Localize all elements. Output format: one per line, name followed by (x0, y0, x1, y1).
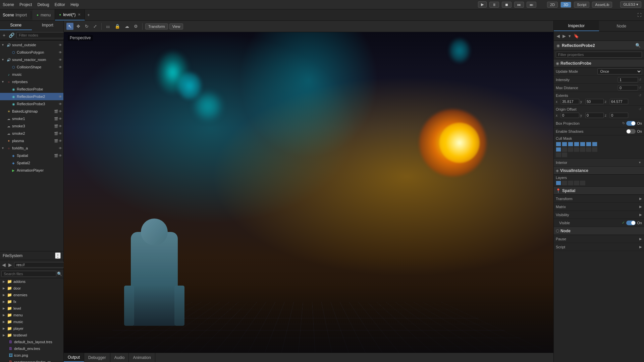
cull-cell-13[interactable] (586, 147, 591, 152)
fs-item-enemies[interactable]: ▶📁enemies (0, 292, 63, 298)
origin-y-input[interactable] (585, 113, 604, 118)
cull-cell-15[interactable] (556, 153, 561, 157)
tree-visibility-icon[interactable]: 👁 (59, 95, 62, 99)
scene-tab-scene[interactable]: Scene (0, 21, 32, 30)
tree-visibility-icon[interactable]: 🎬 (54, 124, 58, 128)
viewport[interactable]: Perspective (64, 32, 553, 353)
cull-cell-4[interactable] (574, 142, 579, 146)
tab-close-level[interactable]: ✕ (78, 13, 80, 16)
insp-search-button[interactable]: 🔍 (635, 42, 641, 49)
tree-item-collisionpolygon[interactable]: ⬡CollisionPolygon👁 (0, 49, 63, 56)
filter-properties-input[interactable] (556, 52, 642, 58)
tab-nav-import[interactable]: Import (15, 13, 27, 17)
menu-project[interactable]: Project (19, 2, 32, 7)
tree-item-spatial[interactable]: ◈Spatial🎬👁 (0, 152, 63, 159)
play-button[interactable]: ▶ (478, 1, 487, 8)
tree-item-forklifts_a[interactable]: ▼○forklifts_a👁 (0, 144, 63, 152)
tab-menu[interactable]: ● menu (33, 9, 55, 20)
extents-x-input[interactable] (561, 99, 579, 104)
fs-item-door[interactable]: ▶📁door (0, 285, 63, 292)
fs-item-menu[interactable]: ▶📁menu (0, 312, 63, 318)
menu-scene[interactable]: Scene (3, 2, 14, 7)
scale-tool-button[interactable]: ⤢ (92, 23, 99, 30)
insp-forward-button[interactable]: ▶ (562, 33, 567, 39)
box-projection-toggle[interactable] (626, 121, 636, 126)
section-visual-instance[interactable]: ◈ VisualInstance (554, 167, 644, 175)
tree-item-reflectionprobe2[interactable]: ◉ReflectionProbe2👁 (0, 93, 63, 100)
move-tool-button[interactable]: ✥ (75, 23, 82, 30)
insp-history-button[interactable]: ▾ (568, 33, 572, 39)
mode-3d-button[interactable]: 3D (560, 2, 571, 8)
tree-visibility-icon[interactable]: 👁 (59, 58, 62, 62)
tree-visibility-icon[interactable]: 👁 (59, 43, 62, 47)
extents-y-input[interactable] (585, 99, 604, 104)
tree-item-reflectionprobe[interactable]: ◉ReflectionProbe (0, 85, 63, 93)
layer-cell-3[interactable] (568, 181, 573, 185)
fs-back-button[interactable]: ◀ (1, 261, 6, 268)
tree-item-plasma[interactable]: ✦plasma🎬👁 (0, 137, 63, 144)
tree-item-spatial2[interactable]: ◈Spatial2 (0, 159, 63, 167)
cull-cell-6[interactable] (586, 142, 591, 146)
fs-path-input[interactable] (14, 262, 65, 267)
tree-visibility-icon[interactable]: 👁 (59, 117, 62, 121)
max-distance-reset-button[interactable]: ↺ (638, 85, 642, 90)
tree-visibility-icon[interactable]: 👁 (59, 51, 62, 54)
bottom-tab-output[interactable]: Output (64, 353, 84, 362)
tree-visibility-icon[interactable]: 🎬 (54, 139, 58, 143)
cull-cell-9[interactable] (562, 147, 567, 152)
next-button[interactable]: ⏭ (527, 2, 536, 8)
origin-x-input[interactable] (561, 113, 579, 118)
use-local-button[interactable]: ⚏ (104, 23, 112, 30)
tree-item-music[interactable]: ♪music (0, 71, 63, 78)
tree-visibility-icon[interactable]: 👁 (59, 139, 62, 143)
snap-button[interactable]: ⚙ (132, 23, 140, 30)
renderer-selector[interactable]: GLES3 ▾ (620, 1, 641, 8)
insp-back-button[interactable]: ◀ (556, 33, 560, 39)
bottom-tab-audio[interactable]: Audio (110, 353, 129, 362)
menu-editor[interactable]: Editor (55, 2, 65, 7)
link-node-button[interactable]: 🔗 (7, 32, 16, 39)
cull-cell-5[interactable] (580, 142, 585, 146)
tree-visibility-icon[interactable]: 🎬 (54, 154, 58, 158)
remote-button[interactable]: ⏭ (514, 2, 524, 8)
fs-forward-button[interactable]: ▶ (8, 261, 13, 268)
tree-visibility-icon[interactable]: 🎬 (54, 132, 58, 135)
max-distance-input[interactable] (618, 85, 638, 90)
tree-item-smoke2[interactable]: ☁smoke2🎬👁 (0, 130, 63, 137)
origin-reset-button[interactable]: ↺ (638, 107, 642, 112)
enable-shadows-toggle[interactable] (626, 129, 636, 134)
group-button[interactable]: ☁ (123, 23, 131, 30)
filesystem-options-button[interactable]: ⋮ (55, 252, 61, 259)
intensity-input[interactable] (618, 77, 638, 82)
lock-button[interactable]: 🔒 (113, 23, 122, 30)
mode-2d-button[interactable]: 2D (547, 2, 558, 8)
cull-cell-16[interactable] (562, 153, 567, 157)
tree-item-animationplayer[interactable]: ▶AnimationPlayer (0, 167, 63, 174)
insp-bookmark-button[interactable]: 🔖 (573, 33, 580, 39)
origin-z-input[interactable] (610, 113, 628, 118)
layer-cell-4[interactable] (574, 181, 579, 185)
tree-item-sound_outside[interactable]: ▼🔊sound_outside👁 (0, 41, 63, 49)
fs-item-default_env-tres[interactable]: 🗎default_env.tres (0, 345, 63, 352)
tree-visibility-icon[interactable]: 👁 (59, 102, 62, 106)
tree-visibility-icon[interactable]: 👁 (59, 65, 62, 69)
tree-visibility-icon[interactable]: 👁 (59, 154, 62, 158)
layer-cell-2[interactable] (562, 181, 567, 185)
extents-z-input[interactable] (610, 99, 628, 104)
fs-item-default_bus_layout-tres[interactable]: 🗎default_bus_layout.tres (0, 339, 63, 345)
cull-cell-12[interactable] (580, 147, 585, 152)
cull-cell-14[interactable] (592, 147, 597, 152)
cull-cell-1[interactable] (556, 142, 561, 146)
inspector-tab-inspector[interactable]: Inspector (554, 21, 599, 31)
update-mode-select[interactable]: Once (597, 68, 642, 74)
cull-cell-8[interactable] (556, 147, 561, 152)
tree-visibility-icon[interactable]: 👁 (59, 110, 62, 113)
intensity-reset-button[interactable]: ↺ (638, 77, 642, 82)
scene-tab-import[interactable]: Import (32, 21, 64, 30)
tree-item-smoke3[interactable]: ☁smoke3🎬👁 (0, 122, 63, 130)
bottom-tab-debugger[interactable]: Debugger (84, 353, 110, 362)
section-reflection-probe[interactable]: ◉ ReflectionProbe (554, 59, 644, 67)
fs-item-music[interactable]: ▶📁music (0, 318, 63, 325)
tree-visibility-icon[interactable]: 👁 (59, 124, 62, 128)
visible-toggle[interactable] (626, 221, 636, 225)
